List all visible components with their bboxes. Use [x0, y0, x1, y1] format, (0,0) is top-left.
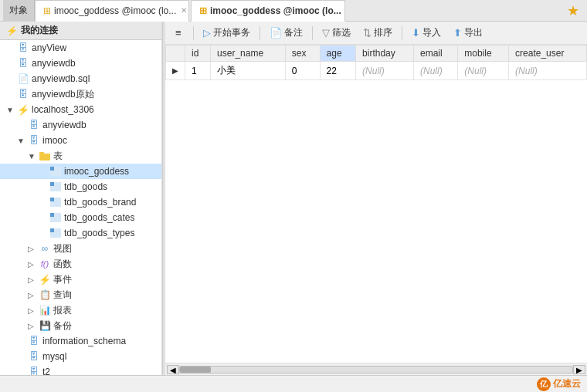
report-icon: 📊: [39, 304, 51, 316]
cell-mobile[interactable]: (Null): [458, 62, 509, 80]
filter-icon: ▽: [322, 27, 330, 39]
col-header-mobile[interactable]: mobile: [458, 46, 509, 62]
main-area: ⚡ 我的连接 🗄 anyView 🗄 anyviewdb 📄 anyviewdb…: [0, 22, 587, 375]
table-row[interactable]: ▶1小美022(Null)(Null)(Null)(Null): [166, 62, 587, 80]
backup-button[interactable]: 📄 备注: [264, 25, 308, 42]
svg-rect-28: [50, 217, 54, 222]
filter-button[interactable]: ▽ 筛选: [317, 25, 356, 42]
svg-rect-10: [50, 182, 54, 186]
label-anyviewdb2: anyviewdb: [42, 120, 87, 130]
export-button[interactable]: ⬆ 导出: [448, 25, 488, 42]
export-label: 导出: [464, 26, 483, 39]
col-header-create-user[interactable]: create_user: [509, 46, 587, 62]
sidebar-item-reports[interactable]: ▷ 📊 报表: [0, 302, 161, 318]
conn-icon-localhost: ⚡: [17, 103, 29, 116]
sidebar-item-anyviewdbsql[interactable]: 📄 anyviewdb.sql: [0, 71, 161, 86]
sidebar-header: ⚡ 我的连接: [0, 22, 161, 40]
sidebar-item-anyviewdboriginal[interactable]: 🗄 anyviewdb原始: [0, 86, 161, 102]
bottom-scrollbar-bar: ◀ ▶: [165, 363, 587, 375]
svg-rect-13: [54, 182, 61, 186]
objects-tab[interactable]: 对象: [3, 0, 35, 22]
table-icon-tdb-goods: [49, 181, 62, 193]
cell-birthday[interactable]: (Null): [356, 62, 414, 80]
sidebar-item-imooc-goddess[interactable]: imooc_goddess: [0, 164, 161, 179]
brand-icon: 亿: [537, 377, 551, 391]
sort-icon: ⇅: [363, 27, 372, 39]
cell-user-name[interactable]: 小美: [211, 62, 286, 80]
table-icon-tdb-goods-types: [49, 227, 62, 239]
toolbar-sep-1: [193, 26, 194, 40]
col-header-birthday[interactable]: birthday: [356, 46, 414, 62]
label-imooc: imooc: [42, 135, 67, 146]
export-icon: ⬆: [453, 27, 462, 39]
col-header-user-name[interactable]: user_name: [211, 46, 286, 62]
view-icon: ∞: [39, 242, 51, 255]
scroll-left-button[interactable]: ◀: [167, 365, 179, 374]
tab-2[interactable]: ⊞ imooc_goddess @imooc (lo... ✕: [191, 0, 345, 22]
begin-tx-label: 开始事务: [213, 26, 250, 39]
sidebar-item-anyviewdb[interactable]: 🗄 anyviewdb: [0, 56, 161, 71]
scroll-right-button[interactable]: ▶: [573, 365, 585, 374]
cell-email[interactable]: (Null): [414, 62, 458, 80]
toggle-functions: ▷: [28, 260, 39, 269]
scrollbar-thumb: [180, 367, 211, 373]
label-anyview: anyView: [32, 42, 66, 53]
sidebar-item-mysql[interactable]: 🗄 mysql: [0, 349, 161, 364]
backup-btn-icon: 📄: [270, 27, 282, 39]
sidebar-item-tables[interactable]: ▼ 表: [0, 148, 161, 164]
sidebar-item-backups[interactable]: ▷ 💾 备份: [0, 318, 161, 333]
sidebar-item-tdb-goods-types[interactable]: tdb_goods_types: [0, 225, 161, 241]
backup-icon: 💾: [39, 319, 51, 332]
cell-id[interactable]: 1: [185, 62, 211, 80]
col-header-email[interactable]: email: [414, 46, 458, 62]
menu-button[interactable]: ≡: [170, 25, 189, 42]
sidebar-item-events[interactable]: ▷ ⚡ 事件: [0, 272, 161, 287]
filter-label: 筛选: [332, 26, 351, 39]
sidebar-item-functions[interactable]: ▷ f() 函数: [0, 256, 161, 272]
sidebar-item-anyview[interactable]: 🗄 anyView: [0, 40, 161, 56]
connection-icon: ⚡: [6, 25, 18, 36]
label-localhost3306: localhost_3306: [32, 104, 94, 115]
data-grid-wrapper[interactable]: id user_name sex age birthday email mobi…: [165, 45, 587, 363]
tab-1[interactable]: ⊞ imooc_goddess @imooc (lo... ✕: [35, 0, 189, 22]
label-views: 视图: [53, 242, 72, 255]
cell-create-user[interactable]: (Null): [509, 62, 587, 80]
row-indicator[interactable]: ▶: [166, 62, 185, 80]
col-header-sex[interactable]: sex: [285, 46, 320, 62]
sidebar-item-tdb-goods-brand[interactable]: tdb_goods_brand: [0, 194, 161, 210]
sidebar-item-tdb-goods[interactable]: tdb_goods: [0, 179, 161, 194]
data-grid: id user_name sex age birthday email mobi…: [165, 45, 587, 80]
toggle-reports: ▷: [28, 306, 39, 315]
sidebar-item-tdb-goods-cates[interactable]: tdb_goods_cates: [0, 210, 161, 225]
table-icon-tdb-goods-brand: [49, 196, 62, 208]
begin-tx-button[interactable]: ▷ 开始事务: [198, 25, 256, 42]
sidebar-item-localhost3306[interactable]: ▼ ⚡ localhost_3306: [0, 102, 161, 117]
tab2-label: imooc_goddess @imooc (lo...: [210, 5, 341, 16]
brand-logo: 亿 亿速云: [537, 377, 581, 391]
svg-rect-36: [54, 232, 61, 238]
label-backups: 备份: [53, 319, 72, 333]
import-button[interactable]: ⬇ 导入: [406, 25, 446, 42]
cell-age[interactable]: 22: [320, 62, 355, 80]
sidebar-item-imooc[interactable]: ▼ 🗄 imooc: [0, 133, 161, 148]
horizontal-scrollbar[interactable]: [179, 366, 573, 373]
sidebar-item-t2[interactable]: 🗄 t2: [0, 364, 161, 375]
db-icon-anyview: 🗄: [17, 42, 29, 54]
star-icon: ★: [567, 3, 579, 19]
svg-rect-35: [50, 232, 54, 238]
cell-sex[interactable]: 0: [285, 62, 320, 80]
label-tdb-goods: tdb_goods: [64, 181, 107, 192]
sort-button[interactable]: ⇅ 排序: [358, 25, 398, 42]
sidebar-item-anyviewdb2[interactable]: 🗄 anyviewdb: [0, 117, 161, 133]
label-information-schema: information_schema: [42, 336, 126, 346]
svg-rect-29: [54, 217, 61, 222]
sidebar-item-information-schema[interactable]: 🗄 information_schema: [0, 333, 161, 349]
col-header-age[interactable]: age: [320, 46, 355, 62]
event-icon: ⚡: [39, 273, 51, 286]
svg-rect-14: [50, 186, 54, 191]
sidebar-item-queries[interactable]: ▷ 📋 查询: [0, 287, 161, 302]
sidebar-tree[interactable]: 🗄 anyView 🗄 anyviewdb 📄 anyviewdb.sql 🗄 …: [0, 40, 161, 375]
sidebar-item-views[interactable]: ▷ ∞ 视图: [0, 241, 161, 256]
col-header-id[interactable]: id: [185, 46, 211, 62]
tab1-close-icon[interactable]: ✕: [181, 6, 187, 15]
